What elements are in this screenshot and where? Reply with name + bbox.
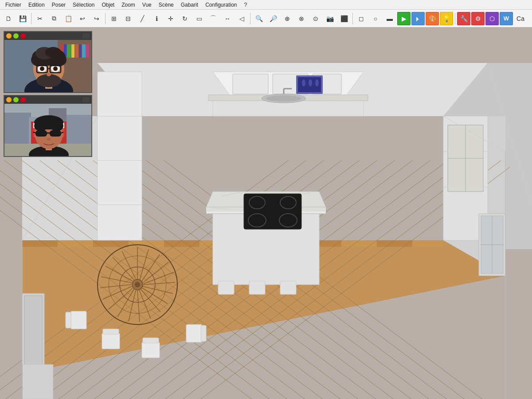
cylinder-button[interactable]: ▬ <box>383 12 396 25</box>
render-button[interactable]: ▶ <box>397 12 411 25</box>
svg-marker-37 <box>412 240 443 247</box>
zoom-out-button[interactable]: 🔎 <box>266 12 280 25</box>
separator-4 <box>352 13 353 24</box>
tools2-button[interactable]: ⚙ <box>471 12 485 25</box>
svg-point-73 <box>309 79 312 86</box>
menu-vue[interactable]: Vue <box>139 1 155 9</box>
video-panel-2[interactable] <box>4 95 92 157</box>
ortho-button[interactable]: ⊟ <box>121 12 135 25</box>
video-panel-2-minimize[interactable] <box>6 97 12 102</box>
zoom-fit-button[interactable]: ⊗ <box>295 12 308 25</box>
tools1-button[interactable]: 🔧 <box>457 12 470 25</box>
copy-button[interactable]: ⧉ <box>47 12 61 25</box>
svg-rect-136 <box>201 325 206 341</box>
menu-gabarit[interactable]: Gabarit <box>177 1 202 9</box>
svg-rect-137 <box>71 311 86 329</box>
svg-marker-26 <box>22 240 58 247</box>
menu-objet[interactable]: Objet <box>98 1 118 9</box>
video-panel-1-controls <box>6 33 26 39</box>
mirror-button[interactable]: ◁ <box>235 12 248 25</box>
extra-button[interactable]: Ca <box>514 12 527 25</box>
video-panel-2-maximize[interactable] <box>13 97 19 102</box>
video-panel-1-icon <box>82 33 90 39</box>
svg-rect-143 <box>24 296 42 371</box>
menu-zoom[interactable]: Zoom <box>118 1 139 9</box>
zoom-in-button[interactable]: 🔍 <box>252 12 266 25</box>
svg-rect-67 <box>233 74 268 94</box>
zoom-pan-button[interactable]: ⊙ <box>309 12 322 25</box>
svg-rect-135 <box>186 325 202 342</box>
svg-marker-35 <box>341 240 377 247</box>
zoom-sel-button[interactable]: ⊕ <box>281 12 294 25</box>
svg-point-174 <box>45 47 61 58</box>
menu-configuration[interactable]: Configuration <box>202 1 240 9</box>
arc-button[interactable]: ⌒ <box>207 12 220 25</box>
video-panel-2-controls <box>6 97 26 102</box>
measure-button[interactable]: ↔ <box>221 12 234 25</box>
svg-point-183 <box>47 73 51 76</box>
separator-3 <box>250 13 250 24</box>
line-button[interactable]: ╱ <box>136 12 149 25</box>
toolbar: 🗋 💾 ✂ ⧉ 📋 ↩ ↪ ⊞ ⊟ ╱ ℹ ✛ ↻ ▭ ⌒ ↔ ◁ 🔍 🔎 ⊕ … <box>0 10 532 27</box>
sphere-button[interactable]: ○ <box>369 12 382 25</box>
menu-help[interactable]: ? <box>241 1 251 9</box>
save-button[interactable]: 💾 <box>16 12 29 25</box>
paste-button[interactable]: 📋 <box>62 12 75 25</box>
video-panels <box>4 31 92 157</box>
video-panel-1-close[interactable] <box>20 33 26 39</box>
svg-rect-141 <box>280 281 296 294</box>
svg-marker-28 <box>93 240 129 247</box>
svg-rect-164 <box>79 44 82 58</box>
svg-point-199 <box>34 121 47 131</box>
video-panel-2-content <box>4 104 91 156</box>
video-panel-1-maximize[interactable] <box>13 33 19 39</box>
rotate-button[interactable]: ↻ <box>178 12 192 25</box>
svg-rect-138 <box>66 312 71 328</box>
menu-fichier[interactable]: Fichier <box>2 1 25 9</box>
word-button[interactable]: W <box>500 12 513 25</box>
cut-button[interactable]: ✂ <box>33 12 47 25</box>
view3d-button[interactable]: ⬛ <box>337 12 351 25</box>
svg-point-206 <box>47 138 51 141</box>
svg-rect-131 <box>102 333 120 349</box>
video-panel-2-close[interactable] <box>20 97 26 102</box>
separator-1 <box>31 13 31 24</box>
new-button[interactable]: 🗋 <box>2 12 15 25</box>
menubar: Fichier Edition Poser Sélection Objet Zo… <box>0 0 532 10</box>
svg-marker-30 <box>164 240 200 247</box>
redo-button[interactable]: ↪ <box>90 12 103 25</box>
info-button[interactable]: ℹ <box>150 12 163 25</box>
anim-button[interactable]: ⏵ <box>411 12 425 25</box>
move-button[interactable]: ✛ <box>164 12 177 25</box>
svg-rect-134 <box>143 338 159 343</box>
plugin1-button[interactable]: ⬡ <box>485 12 499 25</box>
video-panel-2-icon <box>82 97 90 102</box>
svg-rect-101 <box>244 194 301 229</box>
svg-point-178 <box>40 66 44 71</box>
camera-button[interactable]: 📷 <box>323 12 336 25</box>
menu-poser[interactable]: Poser <box>48 1 69 9</box>
separator-5 <box>455 13 455 24</box>
menu-selection[interactable]: Sélection <box>69 1 98 9</box>
svg-rect-166 <box>86 44 89 58</box>
svg-rect-188 <box>66 115 92 148</box>
mat-button[interactable]: 🎨 <box>426 12 439 25</box>
svg-rect-132 <box>103 329 119 334</box>
light-button[interactable]: 💡 <box>440 12 453 25</box>
video-panel-1[interactable] <box>4 31 92 93</box>
svg-rect-139 <box>218 281 234 294</box>
undo-button[interactable]: ↩ <box>76 12 89 25</box>
video-panel-1-minimize[interactable] <box>6 33 12 39</box>
grid-button[interactable]: ⊞ <box>107 12 121 25</box>
menu-scene[interactable]: Scène <box>155 1 177 9</box>
svg-point-72 <box>302 79 305 86</box>
main-viewport[interactable] <box>0 27 532 399</box>
svg-rect-185 <box>4 113 31 148</box>
menu-edition[interactable]: Edition <box>25 1 48 9</box>
cube-button[interactable]: ◻ <box>355 12 368 25</box>
svg-rect-165 <box>82 44 86 58</box>
svg-rect-201 <box>35 130 47 137</box>
svg-marker-148 <box>22 364 53 399</box>
rect-button[interactable]: ▭ <box>192 12 206 25</box>
svg-rect-162 <box>71 44 74 58</box>
